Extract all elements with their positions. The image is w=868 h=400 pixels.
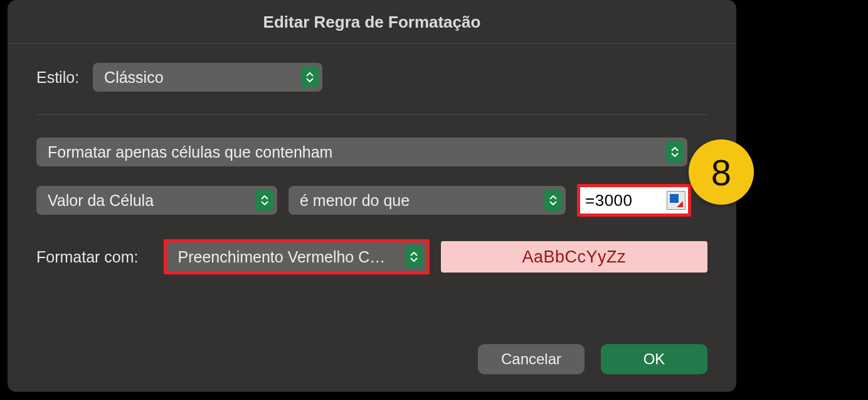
- cell-reference-icon[interactable]: [667, 191, 685, 210]
- condition-value-input[interactable]: =3000: [577, 184, 691, 217]
- format-preset-dropdown[interactable]: Preenchimento Vermelho C…: [164, 239, 430, 274]
- format-with-row: Formatar com: Preenchimento Vermelho C… …: [36, 239, 707, 274]
- dialog-title: Editar Regra de Formatação: [8, 0, 736, 44]
- chevron-up-down-icon: [666, 141, 684, 163]
- style-value: Clássico: [104, 68, 163, 87]
- ok-button[interactable]: OK: [601, 344, 707, 374]
- condition-row: Valor da Célula é menor do que =3000: [36, 184, 707, 217]
- style-row: Estilo: Clássico: [36, 63, 707, 92]
- separator: [36, 114, 707, 115]
- cancel-button[interactable]: Cancelar: [478, 344, 585, 374]
- style-label: Estilo:: [36, 68, 79, 87]
- format-with-label: Formatar com:: [36, 248, 139, 266]
- dialog-buttons: Cancelar OK: [8, 344, 736, 392]
- chevron-up-down-icon: [544, 190, 562, 211]
- chevron-up-down-icon: [256, 190, 273, 211]
- format-preview: AaBbCcYyZz: [441, 241, 707, 273]
- edit-format-rule-dialog: Editar Regra de Formatação Estilo: Cláss…: [8, 0, 736, 392]
- condition-basis-dropdown[interactable]: Valor da Célula: [36, 186, 277, 215]
- chevron-up-down-icon: [301, 67, 319, 88]
- style-dropdown[interactable]: Clássico: [93, 63, 322, 92]
- chevron-up-down-icon: [405, 246, 423, 268]
- annotation-badge: 8: [689, 139, 754, 205]
- dialog-body: Estilo: Clássico Formatar apenas células…: [8, 44, 736, 344]
- condition-operator-dropdown[interactable]: é menor do que: [288, 186, 566, 215]
- rule-type-row: Formatar apenas células que contenham: [36, 138, 707, 166]
- rule-type-dropdown[interactable]: Formatar apenas células que contenham: [36, 138, 687, 166]
- condition-operator-value: é menor do que: [300, 192, 410, 210]
- rule-type-value: Formatar apenas células que contenham: [48, 143, 332, 161]
- condition-basis-value: Valor da Célula: [48, 192, 154, 210]
- condition-value-text: =3000: [585, 191, 633, 210]
- format-preset-value: Preenchimento Vermelho C…: [178, 248, 386, 266]
